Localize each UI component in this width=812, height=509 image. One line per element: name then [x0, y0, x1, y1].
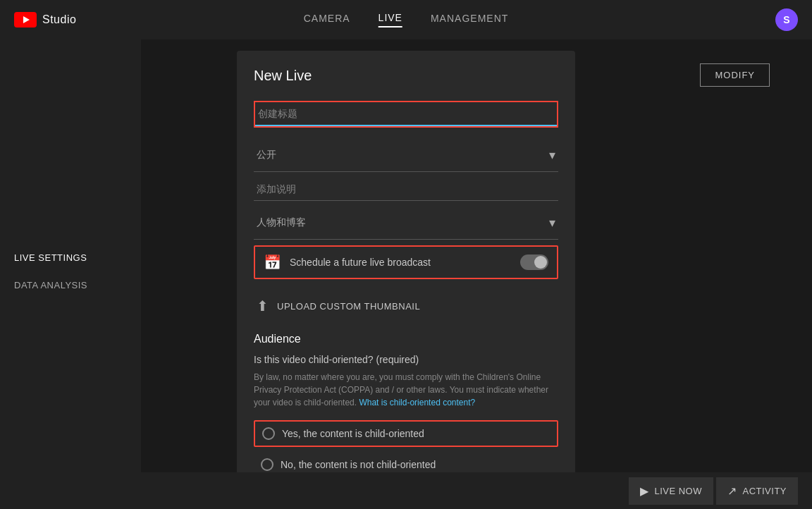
- title-input-wrapper: [254, 101, 558, 128]
- category-dropdown[interactable]: 人物和博客 ▾: [254, 207, 558, 240]
- radio-no-circle: [261, 458, 273, 471]
- radio-yes-circle: [262, 427, 275, 440]
- schedule-row[interactable]: 📅 Schedule a future live broadcast: [254, 245, 558, 279]
- upload-label: UPLOAD CUSTOM THUMBNAIL: [277, 301, 420, 312]
- visibility-dropdown[interactable]: 公开 ▾: [254, 139, 558, 172]
- live-now-button[interactable]: ▶ LIVE NOW: [629, 477, 713, 505]
- schedule-left: 📅 Schedule a future live broadcast: [264, 254, 431, 271]
- activity-icon: ↗: [727, 484, 737, 498]
- studio-label: Studio: [42, 13, 76, 26]
- upload-icon: ⬆: [257, 298, 269, 314]
- audience-title: Audience: [254, 333, 558, 345]
- new-live-panel: New Live 公开 ▾ 人物和博客 ▾ 📅 Schedule a futur…: [237, 51, 575, 502]
- category-arrow-icon: ▾: [549, 215, 555, 231]
- nav-live[interactable]: LIVE: [379, 12, 402, 27]
- logo: Studio: [14, 12, 76, 27]
- bottom-bar: ▶ LIVE NOW ↗ ACTIVITY: [0, 472, 812, 509]
- audience-link[interactable]: What is child-oriented content?: [359, 398, 475, 407]
- header: Studio CAMERA LIVE MANAGEMENT S: [0, 0, 812, 39]
- description-input[interactable]: [254, 178, 558, 201]
- title-input[interactable]: [255, 102, 557, 126]
- schedule-text: Schedule a future live broadcast: [290, 257, 431, 268]
- activity-label: ACTIVITY: [742, 486, 787, 496]
- visibility-label: 公开: [257, 149, 276, 161]
- panel-title: New Live: [254, 68, 558, 84]
- visibility-arrow-icon: ▾: [549, 147, 555, 163]
- main-content: New Live 公开 ▾ 人物和博客 ▾ 📅 Schedule a futur…: [0, 39, 812, 509]
- schedule-toggle[interactable]: [520, 255, 548, 270]
- calendar-icon: 📅: [264, 254, 281, 271]
- avatar[interactable]: S: [775, 8, 798, 31]
- radio-yes[interactable]: Yes, the content is child-oriented: [254, 420, 558, 447]
- nav-camera[interactable]: CAMERA: [304, 13, 350, 27]
- upload-thumbnail-row[interactable]: ⬆ UPLOAD CUSTOM THUMBNAIL: [254, 290, 558, 321]
- live-now-label: LIVE NOW: [654, 486, 702, 496]
- radio-yes-label: Yes, the content is child-oriented: [282, 428, 424, 439]
- audience-question: Is this video child-oriented? (required): [254, 354, 558, 365]
- toggle-knob: [534, 256, 547, 269]
- live-now-icon: ▶: [640, 484, 649, 498]
- audience-desc: By law, no matter where you are, you mus…: [254, 371, 558, 409]
- radio-no-label: No, the content is not child-oriented: [281, 459, 436, 470]
- youtube-icon: [14, 12, 37, 27]
- main-nav: CAMERA LIVE MANAGEMENT: [304, 12, 509, 27]
- category-label: 人物和博客: [257, 216, 306, 229]
- activity-button[interactable]: ↗ ACTIVITY: [716, 477, 798, 505]
- nav-management[interactable]: MANAGEMENT: [431, 13, 508, 27]
